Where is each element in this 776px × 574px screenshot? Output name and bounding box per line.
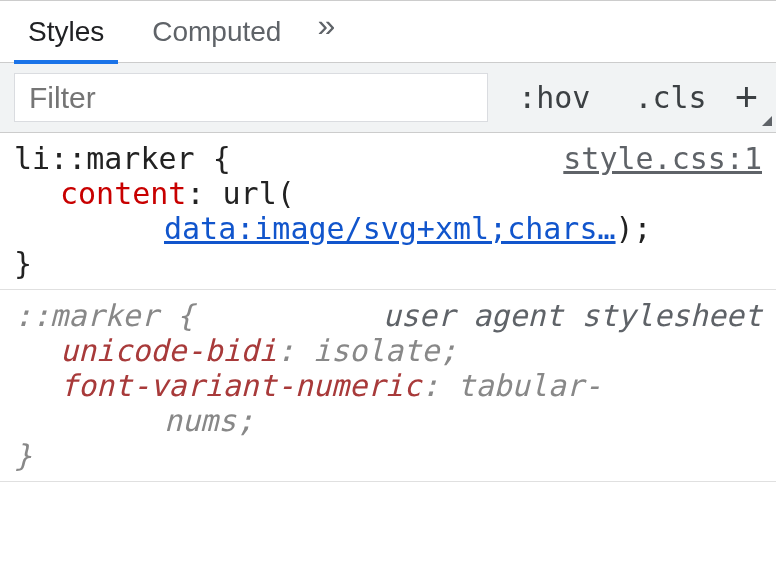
hov-toggle[interactable]: :hov xyxy=(496,63,612,132)
hov-label: :hov xyxy=(518,80,590,115)
new-style-rule-button[interactable]: + xyxy=(729,63,776,132)
css-property: unicode-bidi xyxy=(60,333,277,368)
styles-toolbar: :hov .cls + xyxy=(0,63,776,133)
css-declaration[interactable]: unicode-bidi: isolate; xyxy=(14,333,762,368)
css-colon: : xyxy=(186,176,204,211)
css-value: isolate xyxy=(313,333,439,368)
brace-open: { xyxy=(213,141,231,176)
css-selector[interactable]: li::marker xyxy=(14,141,195,176)
css-property: content xyxy=(60,176,186,211)
css-value: tabular- xyxy=(457,368,602,403)
tab-styles-label: Styles xyxy=(28,16,104,48)
css-value-fn-close: ); xyxy=(616,211,652,246)
tab-bar: Styles Computed » xyxy=(0,1,776,63)
tab-computed-label: Computed xyxy=(152,16,281,48)
css-value-continuation: data:image/svg+xml;chars…); xyxy=(14,211,762,246)
data-url-link[interactable]: data:image/svg+xml;chars… xyxy=(164,211,616,246)
css-value-fn-open: url( xyxy=(223,176,295,211)
cls-label: .cls xyxy=(634,80,706,115)
css-value: nums xyxy=(164,403,236,438)
brace-open: { xyxy=(177,298,195,333)
brace-close: } xyxy=(14,246,32,281)
css-semicolon: ; xyxy=(439,333,457,368)
styles-panel: Styles Computed » :hov .cls + style.css:… xyxy=(0,0,776,482)
css-property: font-variant-numeric xyxy=(60,368,421,403)
css-semicolon: ; xyxy=(236,403,254,438)
chevron-double-right-icon: » xyxy=(317,7,339,44)
rule-source-link[interactable]: style.css:1 xyxy=(563,141,762,176)
tabs-overflow[interactable]: » xyxy=(305,7,351,44)
css-rule-user-agent: user agent stylesheet ::marker { unicode… xyxy=(0,290,776,482)
rule-source-user-agent: user agent stylesheet xyxy=(383,298,762,333)
css-colon: : xyxy=(421,368,439,403)
tab-computed[interactable]: Computed xyxy=(128,1,305,63)
css-declaration[interactable]: font-variant-numeric: tabular- xyxy=(14,368,762,403)
css-rule: style.css:1 li::marker { content: url( d… xyxy=(0,133,776,290)
css-colon: : xyxy=(277,333,295,368)
filter-input[interactable] xyxy=(14,73,488,122)
css-selector[interactable]: ::marker xyxy=(14,298,159,333)
css-value-continuation: nums; xyxy=(14,403,762,438)
plus-icon: + xyxy=(735,75,758,120)
tab-styles[interactable]: Styles xyxy=(4,1,128,63)
brace-close: } xyxy=(14,438,32,473)
cls-toggle[interactable]: .cls xyxy=(612,63,728,132)
css-declaration[interactable]: content: url( xyxy=(14,176,762,211)
